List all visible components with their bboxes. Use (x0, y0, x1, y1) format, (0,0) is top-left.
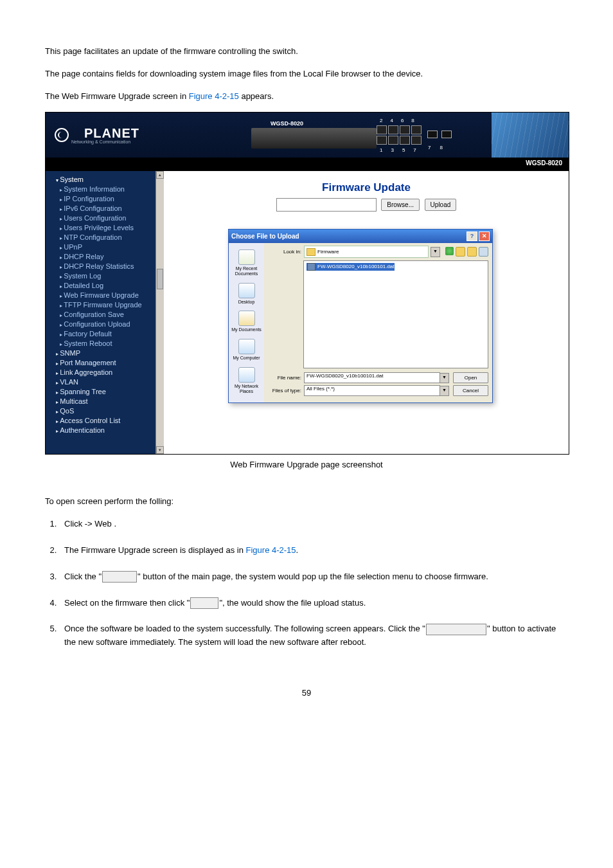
filename-dropdown-icon[interactable]: ▼ (440, 373, 449, 383)
place-icon (238, 283, 255, 298)
sidebar-item[interactable]: Users Configuration (53, 213, 164, 223)
sidebar-item[interactable]: Users Privilege Levels (53, 223, 164, 233)
sidebar-item[interactable]: Factory Default (53, 329, 164, 339)
filetype-dropdown-icon[interactable]: ▼ (440, 386, 449, 396)
place-icon (238, 339, 255, 354)
sidebar-item[interactable]: QoS (53, 406, 164, 416)
place-label: My Documents (229, 327, 264, 332)
scroll-up-icon[interactable]: ▴ (156, 171, 164, 179)
sidebar-item[interactable]: Configuration Upload (53, 320, 164, 329)
sidebar-item[interactable]: Detailed Log (53, 281, 164, 291)
close-icon[interactable]: ✕ (479, 231, 490, 241)
lookin-label: Look in: (268, 249, 301, 255)
places-item[interactable]: My Recent Documents (229, 249, 264, 276)
place-label: My Computer (229, 356, 264, 361)
intro-p1: This page facilitates an update of the f… (45, 45, 568, 59)
page-title: Firmware Update (164, 181, 569, 194)
file-path-input[interactable] (276, 198, 377, 212)
gbic-index: 78 (428, 145, 443, 150)
filetype-label: Files of type: (268, 388, 301, 393)
file-item[interactable]: FW-WGSD8020_v10b100101.dat (306, 263, 395, 271)
sidebar-item[interactable]: Link Aggregation (53, 368, 164, 377)
file-list[interactable]: FW-WGSD8020_v10b100101.dat (303, 260, 488, 368)
inline-browse-button (102, 571, 137, 583)
sidebar-item[interactable]: DHCP Relay Statistics (53, 262, 164, 271)
sidebar-scrollbar[interactable]: ▴ ▾ (155, 171, 164, 454)
place-icon (238, 367, 255, 383)
scroll-down-icon[interactable]: ▾ (156, 446, 164, 454)
steps-intro: To open screen perform the folling: (45, 495, 568, 509)
sidebar-item[interactable]: Spanning Tree (53, 387, 164, 397)
figure-link[interactable]: Figure 4-2-15 (189, 91, 239, 101)
model-stripe: WGSD-8020 (46, 158, 569, 171)
filetype-combo[interactable]: All Files (*.*) (304, 385, 440, 396)
intro-p3: The Web Firmware Upgrade screen in Figur… (45, 90, 568, 104)
logo-subtext: Networking & Communication (71, 140, 139, 144)
places-item[interactable]: My Documents (229, 311, 264, 332)
sidebar-item[interactable]: NTP Configuration (53, 233, 164, 242)
sidebar-item[interactable]: IP Configuration (53, 194, 164, 204)
sidebar-item[interactable]: DHCP Relay (53, 252, 164, 262)
up-folder-icon[interactable] (456, 247, 465, 257)
place-label: Desktop (229, 300, 264, 305)
screenshot-header: PLANET Networking & Communication WGSD-8… (46, 113, 569, 158)
places-item[interactable]: My Computer (229, 339, 264, 361)
sidebar-item[interactable]: System Reboot (53, 339, 164, 348)
sidebar-item[interactable]: IPv6 Configuration (53, 204, 164, 213)
sidebar-item[interactable]: System Log (53, 271, 164, 281)
port-numbers-top: 2468 (380, 118, 414, 123)
sidebar-item[interactable]: System (53, 175, 164, 185)
sidebar: SystemSystem InformationIP Configuration… (46, 171, 164, 454)
help-icon[interactable]: ? (466, 231, 477, 241)
step-4: Select on the firmware then click "", th… (59, 597, 568, 610)
lookin-combo[interactable]: Firmware (304, 246, 429, 258)
sidebar-item[interactable]: SNMP (53, 348, 164, 358)
sidebar-item[interactable]: UPnP (53, 242, 164, 252)
places-item[interactable]: My Network Places (229, 367, 264, 393)
logo-icon (55, 128, 69, 142)
scroll-thumb[interactable] (157, 269, 163, 289)
sidebar-item[interactable]: Multicast (53, 397, 164, 406)
switch-graphic (251, 128, 377, 149)
logo-text: PLANET (84, 126, 139, 140)
sidebar-item[interactable]: System Information (53, 185, 164, 194)
new-folder-icon[interactable] (467, 247, 477, 257)
header-model: WGSD-8020 (271, 120, 303, 127)
place-label: My Network Places (229, 384, 264, 393)
figure-caption: Web Firmware Upgrade page screenshot (45, 460, 568, 469)
gbic-ports (427, 131, 452, 138)
port-grid (377, 125, 422, 145)
sidebar-item[interactable]: TFTP Firmware Upgrade (53, 300, 164, 310)
step-1: Click -> Web . (59, 518, 568, 531)
view-menu-icon[interactable] (479, 247, 488, 257)
step-2: The Firmware Upgrade screen is displayed… (59, 544, 568, 557)
lookin-dropdown-icon[interactable]: ▼ (431, 247, 440, 257)
upload-button[interactable]: Upload (425, 199, 457, 211)
inline-activate-button (426, 624, 486, 635)
sidebar-item[interactable]: Configuration Save (53, 310, 164, 320)
place-icon (238, 249, 255, 265)
sidebar-item[interactable]: Web Firmware Upgrade (53, 291, 164, 300)
sidebar-item[interactable]: Access Control List (53, 416, 164, 426)
browse-button[interactable]: Browse... (381, 199, 420, 211)
header-decor-image (492, 113, 569, 158)
sidebar-item[interactable]: Authentication (53, 426, 164, 435)
dialog-toolbar (445, 247, 488, 257)
sidebar-item[interactable]: VLAN (53, 377, 164, 387)
folder-icon (306, 248, 315, 256)
cancel-button[interactable]: Cancel (453, 385, 488, 396)
step-5: Once the software be loaded to the syste… (59, 622, 568, 649)
inline-open-button (190, 597, 218, 609)
filename-input[interactable]: FW-WGSD8020_v10b100101.dat (304, 372, 440, 383)
figure-link[interactable]: Figure 4-2-15 (246, 545, 296, 555)
back-icon[interactable] (445, 247, 454, 255)
port-numbers-bottom: 1357 (380, 147, 416, 153)
open-button[interactable]: Open (453, 372, 488, 383)
steps-list: Click -> Web . The Firmware Upgrade scre… (45, 518, 568, 649)
page-number: 59 (45, 688, 568, 698)
intro-p2: The page contains fields for downloading… (45, 68, 568, 81)
places-item[interactable]: Desktop (229, 283, 264, 305)
sidebar-item[interactable]: Port Management (53, 358, 164, 368)
main-area: Firmware Update Browse... Upload Choose … (164, 171, 569, 454)
screenshot: PLANET Networking & Communication WGSD-8… (45, 112, 569, 455)
